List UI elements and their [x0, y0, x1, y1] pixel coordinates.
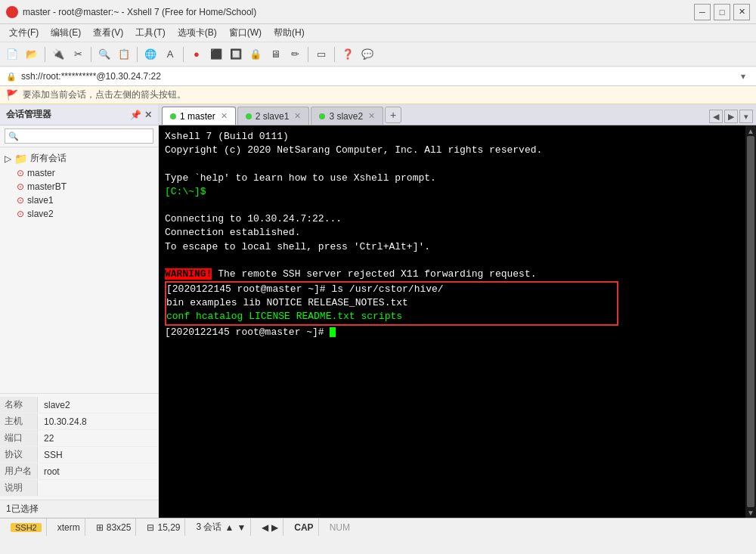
toolbar-help[interactable]: ❓ — [339, 45, 357, 63]
warning-text: WARNING! — [165, 268, 212, 280]
session-properties: 名称 slave2 主机 10.30.24.8 端口 22 协议 SSH 用户名… — [0, 393, 158, 500]
toolbar-btn-6[interactable]: ● — [187, 45, 206, 63]
prop-row-description: 说明 — [0, 480, 158, 497]
sidebar-item-slave1[interactable]: ⊙ slave1 — [0, 193, 158, 207]
pin-icon[interactable]: 📌 — [130, 110, 141, 120]
prop-row-port: 端口 22 — [0, 430, 158, 447]
sidebar-item-master[interactable]: ⊙ master — [0, 166, 158, 180]
tab-nav: ◀ ▶ ▾ — [709, 110, 753, 125]
selected-count: 1已选择 — [6, 503, 39, 515]
toolbar-btn-1[interactable]: 🔌 — [49, 45, 67, 63]
menu-file[interactable]: 文件(F) — [3, 25, 45, 41]
session-down-arrow[interactable]: ▼ — [237, 522, 246, 533]
toolbar-btn-9[interactable]: 🔒 — [246, 45, 265, 63]
url-text[interactable]: ssh://root:**********@10.30.24.7:22 — [21, 71, 736, 82]
terminal-copyright: Copyright (c) 2020 NetSarang Computer, I… — [165, 144, 739, 157]
tab-label-slave2: 3 slave2 — [329, 111, 363, 122]
toolbar-new[interactable]: 📄 — [3, 45, 21, 63]
toolbar-sep-3 — [137, 47, 138, 62]
tab-dot-slave1 — [246, 113, 252, 119]
tab-add-button[interactable]: + — [385, 107, 401, 123]
prop-value-protocol: SSH — [38, 448, 69, 462]
maximize-button[interactable]: □ — [714, 4, 730, 20]
toolbar-search[interactable]: 🔍 — [95, 45, 113, 63]
toolbar-sep-1 — [45, 47, 45, 62]
toolbar-open[interactable]: 📂 — [23, 45, 41, 63]
toolbar-btn-10[interactable]: 🖥 — [266, 45, 284, 63]
session-count: 3 会话 — [196, 521, 222, 534]
folder-label: 所有会话 — [30, 152, 67, 165]
tab-nav-right[interactable]: ▶ — [724, 110, 738, 123]
status-num-section: NUM — [325, 518, 355, 536]
terminal[interactable]: Xshell 7 (Build 0111) Copyright (c) 2020… — [159, 125, 745, 518]
scroll-thumb[interactable] — [747, 136, 754, 507]
terminal-size: 83x25 — [107, 522, 132, 533]
cap-indicator: CAP — [294, 522, 313, 533]
app-icon — [6, 6, 18, 18]
cursor — [330, 327, 336, 337]
sidebar-item-masterbt[interactable]: ⊙ masterBT — [0, 180, 158, 193]
sidebar-status: 1已选择 — [0, 500, 158, 518]
scroll-down-arrow[interactable]: ▼ — [747, 509, 754, 516]
terminal-scrollbar[interactable]: ▲ ▼ — [745, 125, 756, 518]
address-bar: 🔒 ssh://root:**********@10.30.24.7:22 ▾ — [0, 67, 756, 86]
ssh-indicator[interactable]: SSH2 — [11, 523, 42, 532]
coord-icon: ⊟ — [147, 522, 154, 533]
toolbar-sep-2 — [91, 47, 91, 62]
tab-nav-dropdown[interactable]: ▾ — [739, 110, 753, 123]
terminal-help-tip: Type `help' to learn how to use Xshell p… — [165, 172, 739, 185]
prop-label-port: 端口 — [0, 430, 38, 446]
menu-view[interactable]: 查看(V) — [87, 25, 129, 41]
toolbar-btn-7[interactable]: ⬛ — [207, 45, 225, 63]
menu-edit[interactable]: 编辑(E) — [45, 25, 87, 41]
tab-close-slave2[interactable]: ✕ — [368, 111, 375, 121]
menu-tabs[interactable]: 选项卡(B) — [172, 25, 223, 41]
terminal-conn2: Connection established. — [165, 226, 739, 240]
window-controls: ─ □ ✕ — [694, 4, 750, 20]
terminal-conn1: Connecting to 10.30.24.7:22... — [165, 212, 739, 226]
toolbar-btn-3[interactable]: 📋 — [115, 45, 133, 63]
status-coord-section: ⊟ 15,29 — [142, 518, 185, 536]
sidebar-item-label-slave2: slave2 — [27, 209, 54, 219]
tab-close-slave1[interactable]: ✕ — [294, 111, 301, 121]
sidebar-search — [0, 125, 158, 147]
tab-nav-left[interactable]: ◀ — [709, 110, 723, 123]
toolbar-btn-13[interactable]: 💬 — [358, 45, 376, 63]
session-icon-master: ⊙ — [17, 168, 24, 178]
tab-slave2[interactable]: 3 slave2 ✕ — [311, 107, 383, 125]
nav-right[interactable]: ▶ — [271, 522, 278, 533]
menu-help[interactable]: 帮助(H) — [268, 25, 311, 41]
minimize-button[interactable]: ─ — [694, 4, 711, 20]
terminal-container: 1 master ✕ 2 slave1 ✕ 3 slave2 ✕ + ◀ ▶ ▾ — [159, 104, 756, 518]
toolbar-btn-4[interactable]: 🌐 — [141, 45, 160, 63]
session-up-arrow[interactable]: ▲ — [225, 522, 234, 533]
folder-icon: 📁 — [14, 153, 27, 165]
menu-tools[interactable]: 工具(T) — [129, 25, 171, 41]
prop-value-desc — [38, 487, 50, 490]
sidebar-item-slave2[interactable]: ⊙ slave2 — [0, 207, 158, 221]
toolbar-btn-11[interactable]: ✏ — [286, 45, 304, 63]
toolbar: 📄 📂 🔌 ✂ 🔍 📋 🌐 A ● ⬛ 🔲 🔒 🖥 ✏ ▭ ❓ 💬 — [0, 42, 756, 67]
window-title: master - root@master:~ - Xshell 7 (Free … — [23, 7, 694, 17]
scroll-up-arrow[interactable]: ▲ — [747, 127, 754, 135]
toolbar-btn-5[interactable]: A — [161, 45, 179, 63]
tab-slave1[interactable]: 2 slave1 ✕ — [237, 107, 310, 125]
address-dropdown[interactable]: ▾ — [736, 70, 750, 83]
status-bar: SSH2 xterm ⊞ 83x25 ⊟ 15,29 3 会话 ▲ ▼ ◀ ▶ … — [0, 518, 756, 536]
search-input[interactable] — [5, 128, 153, 144]
tab-master[interactable]: 1 master ✕ — [162, 107, 236, 125]
menu-window[interactable]: 窗口(W) — [223, 25, 268, 41]
close-button[interactable]: ✕ — [733, 4, 750, 20]
toolbar-btn-2[interactable]: ✂ — [69, 45, 87, 63]
tree-folder-all[interactable]: ▷ 📁 所有会话 — [0, 150, 158, 166]
tab-dot-master — [170, 113, 176, 119]
sidebar-header-icons: 📌 ✕ — [130, 110, 152, 120]
nav-left[interactable]: ◀ — [262, 522, 268, 533]
status-term-section: xterm — [53, 518, 85, 536]
session-icon-slave2: ⊙ — [17, 209, 24, 219]
tab-close-master[interactable]: ✕ — [221, 111, 228, 121]
toolbar-btn-12[interactable]: ▭ — [312, 45, 330, 63]
session-hint: 🚩 要添加当前会话，点击左侧的箭头按钮。 — [0, 86, 756, 104]
toolbar-btn-8[interactable]: 🔲 — [227, 45, 245, 63]
sidebar-close-icon[interactable]: ✕ — [144, 110, 152, 120]
